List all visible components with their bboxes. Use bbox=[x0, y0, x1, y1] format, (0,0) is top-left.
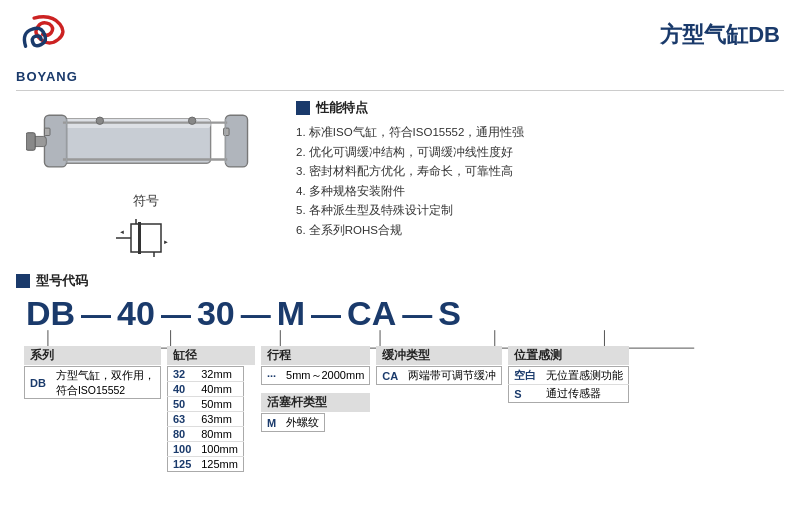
svg-point-8 bbox=[96, 117, 103, 124]
stroke-label: 行程 bbox=[261, 346, 370, 365]
table-row: M 外螺纹 bbox=[261, 414, 324, 432]
cylinder-area: 符号 ◄ ► bbox=[16, 99, 276, 264]
svg-rect-5 bbox=[26, 133, 35, 151]
svg-text:►: ► bbox=[163, 239, 169, 245]
dash-2: — bbox=[161, 300, 191, 330]
code-40: 40 bbox=[117, 296, 155, 330]
bore-code-63: 63 bbox=[167, 412, 196, 427]
sensor-block: 位置感测 空白 无位置感测功能 S 通过传感器 bbox=[508, 346, 629, 472]
feature-item-2: 2. 优化可调缓冲结构，可调缓冲线性度好 bbox=[296, 143, 784, 163]
bore-table: 3232mm 4040mm 5050mm 6363mm 8080mm 10010… bbox=[167, 366, 244, 472]
buffer-block: 缓冲类型 CA 两端带可调节缓冲 bbox=[376, 346, 502, 472]
bore-desc-40: 40mm bbox=[196, 382, 243, 397]
code-db: DB bbox=[26, 296, 75, 330]
dash-4: — bbox=[311, 300, 341, 330]
bore-desc-125: 125mm bbox=[196, 457, 243, 472]
svg-rect-14 bbox=[131, 224, 161, 252]
svg-rect-3 bbox=[225, 115, 247, 167]
series-code: DB bbox=[25, 367, 51, 399]
series-table: DB 方型气缸，双作用，符合ISO15552 bbox=[24, 366, 161, 399]
table-row: CA 两端带可调节缓冲 bbox=[377, 367, 502, 385]
feature-item-6: 6. 全系列ROHS合规 bbox=[296, 221, 784, 241]
stroke-table: ··· 5mm～2000mm bbox=[261, 366, 370, 385]
model-section-text: 型号代码 bbox=[36, 272, 88, 290]
buffer-desc: 两端带可调节缓冲 bbox=[403, 367, 502, 385]
buffer-label: 缓冲类型 bbox=[376, 346, 502, 365]
bore-desc-50: 50mm bbox=[196, 397, 243, 412]
bore-code-80: 80 bbox=[167, 427, 196, 442]
header: BOYANG 方型气缸DB bbox=[0, 0, 800, 84]
stroke-desc: 5mm～2000mm bbox=[281, 367, 370, 385]
feature-item-4: 4. 多种规格安装附件 bbox=[296, 182, 784, 202]
logo-area: BOYANG bbox=[16, 12, 78, 84]
detail-blocks-row: 系列 DB 方型气缸，双作用，符合ISO15552 缸径 3232mm 4040… bbox=[16, 346, 784, 472]
bore-desc-32: 32mm bbox=[196, 367, 243, 382]
bore-label: 缸径 bbox=[167, 346, 255, 365]
sensor-code-blank: 空白 bbox=[509, 367, 542, 385]
code-m: M bbox=[277, 296, 305, 330]
series-label: 系列 bbox=[24, 346, 161, 365]
table-row: 6363mm bbox=[167, 412, 243, 427]
bore-block: 缸径 3232mm 4040mm 5050mm 6363mm 8080mm 10… bbox=[167, 346, 255, 472]
symbol-area: 符号 ◄ ► bbox=[116, 192, 176, 264]
table-row: 8080mm bbox=[167, 427, 243, 442]
svg-point-9 bbox=[188, 117, 195, 124]
table-row: ··· 5mm～2000mm bbox=[261, 367, 369, 385]
buffer-code: CA bbox=[377, 367, 403, 385]
features-list: 1. 标准ISO气缸，符合ISO15552，通用性强 2. 优化可调缓冲结构，可… bbox=[296, 123, 784, 240]
svg-rect-10 bbox=[44, 128, 50, 135]
rod-type-label: 活塞杆类型 bbox=[261, 393, 370, 412]
sensor-label: 位置感测 bbox=[508, 346, 629, 365]
svg-rect-11 bbox=[224, 128, 230, 135]
symbol-diagram: ◄ ► bbox=[116, 214, 176, 264]
code-s: S bbox=[438, 296, 461, 330]
model-section-title: 型号代码 bbox=[16, 272, 784, 290]
feature-item-5: 5. 各种派生型及特殊设计定制 bbox=[296, 201, 784, 221]
rod-desc: 外螺纹 bbox=[281, 414, 325, 432]
table-row: DB 方型气缸，双作用，符合ISO15552 bbox=[25, 367, 161, 399]
rod-code: M bbox=[261, 414, 281, 432]
table-row: 3232mm bbox=[167, 367, 243, 382]
sensor-desc-s: 通过传感器 bbox=[541, 385, 629, 403]
bore-desc-80: 80mm bbox=[196, 427, 243, 442]
model-section: 型号代码 DB — 40 — 30 — M — CA — S bbox=[16, 272, 784, 460]
sensor-table: 空白 无位置感测功能 S 通过传感器 bbox=[508, 366, 629, 403]
rod-type-block: 活塞杆类型 M 外螺纹 bbox=[261, 393, 370, 432]
bore-code-32: 32 bbox=[167, 367, 196, 382]
table-row: 5050mm bbox=[167, 397, 243, 412]
cylinder-svg bbox=[26, 99, 266, 184]
series-block: 系列 DB 方型气缸，双作用，符合ISO15552 bbox=[24, 346, 161, 472]
bore-code-40: 40 bbox=[167, 382, 196, 397]
buffer-table: CA 两端带可调节缓冲 bbox=[376, 366, 502, 385]
table-row: 4040mm bbox=[167, 382, 243, 397]
bore-desc-100: 100mm bbox=[196, 442, 243, 457]
features-area: 性能特点 1. 标准ISO气缸，符合ISO15552，通用性强 2. 优化可调缓… bbox=[286, 99, 784, 264]
dash-3: — bbox=[241, 300, 271, 330]
bore-code-125: 125 bbox=[167, 457, 196, 472]
series-desc: 方型气缸，双作用，符合ISO15552 bbox=[51, 367, 161, 399]
sensor-code-s: S bbox=[509, 385, 542, 403]
code-ca: CA bbox=[347, 296, 396, 330]
table-row: 空白 无位置感测功能 bbox=[509, 367, 629, 385]
feature-item-1: 1. 标准ISO气缸，符合ISO15552，通用性强 bbox=[296, 123, 784, 143]
bore-code-50: 50 bbox=[167, 397, 196, 412]
rod-type-table: M 外螺纹 bbox=[261, 413, 325, 432]
dash-1: — bbox=[81, 300, 111, 330]
features-title-text: 性能特点 bbox=[316, 99, 368, 117]
main-content: 符号 ◄ ► 性能特点 1. bbox=[0, 91, 800, 264]
symbol-label: 符号 bbox=[133, 192, 159, 210]
table-row: S 通过传感器 bbox=[509, 385, 629, 403]
sensor-desc-blank: 无位置感测功能 bbox=[541, 367, 629, 385]
logo-icon bbox=[17, 12, 77, 67]
page-title: 方型气缸DB bbox=[660, 20, 780, 50]
bore-code-100: 100 bbox=[167, 442, 196, 457]
stroke-block: 行程 ··· 5mm～2000mm 活塞杆类型 M 外螺纹 bbox=[261, 346, 370, 472]
svg-rect-15 bbox=[138, 222, 141, 254]
table-row: 125125mm bbox=[167, 457, 243, 472]
features-title-icon bbox=[296, 101, 310, 115]
model-details-container: 系列 DB 方型气缸，双作用，符合ISO15552 缸径 3232mm 4040… bbox=[16, 330, 784, 460]
model-section-icon bbox=[16, 274, 30, 288]
bore-desc-63: 63mm bbox=[196, 412, 243, 427]
feature-item-3: 3. 密封材料配方优化，寿命长，可靠性高 bbox=[296, 162, 784, 182]
table-row: 100100mm bbox=[167, 442, 243, 457]
